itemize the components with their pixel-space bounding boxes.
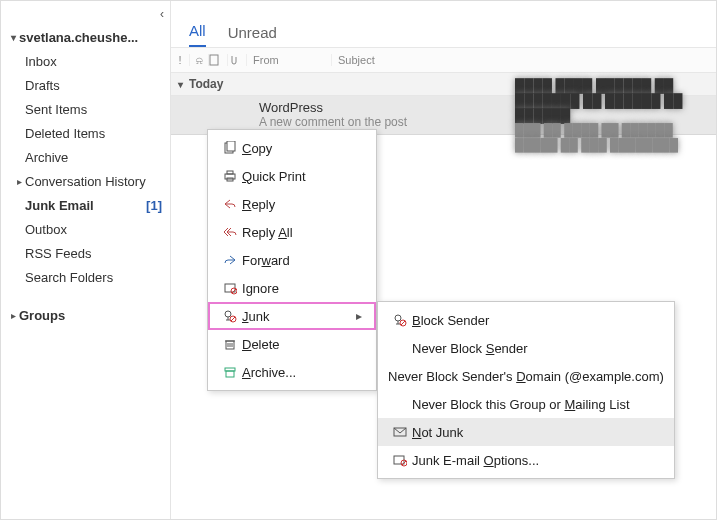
folder-junk-email[interactable]: Junk Email [1]	[1, 193, 170, 217]
junk-submenu: Block Sender Never Block Sender Never Bl…	[377, 301, 675, 479]
reply-icon	[218, 197, 242, 211]
chevron-down-icon: ▾	[171, 79, 189, 90]
tab-all[interactable]: All	[189, 22, 206, 47]
reply-all-icon	[218, 225, 242, 239]
svg-line-21	[401, 321, 405, 325]
menu-forward[interactable]: Forward	[208, 246, 376, 274]
menu-copy[interactable]: Copy	[208, 134, 376, 162]
groups-node[interactable]: ▸ Groups	[1, 303, 170, 327]
junk-options-icon	[388, 453, 412, 467]
forward-icon	[218, 253, 242, 267]
folder-tree: ▾ svetlana.cheushe... Inbox Drafts Sent …	[1, 7, 170, 327]
menu-reply[interactable]: Reply	[208, 190, 376, 218]
folder-archive[interactable]: Archive	[1, 145, 170, 169]
print-icon	[218, 169, 242, 183]
folder-sent-items[interactable]: Sent Items	[1, 97, 170, 121]
svg-point-9	[225, 311, 231, 317]
chevron-right-icon: ▸	[7, 310, 19, 321]
unread-count: [1]	[146, 198, 162, 213]
submenu-never-block-domain[interactable]: Never Block Sender's Domain (@example.co…	[378, 362, 674, 390]
reminder-column-icon[interactable]: ⍾	[190, 54, 209, 66]
folder-deleted-items[interactable]: Deleted Items	[1, 121, 170, 145]
from-column[interactable]: From	[247, 54, 332, 66]
chevron-right-icon: ▸	[13, 176, 25, 187]
sidebar-collapse-button[interactable]: ‹	[160, 7, 164, 21]
svg-rect-18	[226, 371, 234, 377]
app-window: ‹ ▾ svetlana.cheushe... Inbox Drafts Sen…	[0, 0, 717, 520]
submenu-never-block-sender[interactable]: Never Block Sender	[378, 334, 674, 362]
message-preview: A new comment on the post	[259, 115, 515, 130]
folder-drafts[interactable]: Drafts	[1, 73, 170, 97]
menu-reply-all[interactable]: Reply All	[208, 218, 376, 246]
submenu-junk-options[interactable]: Junk E-mail Options...	[378, 446, 674, 474]
svg-point-19	[395, 315, 401, 321]
svg-rect-0	[210, 55, 218, 65]
submenu-block-sender[interactable]: Block Sender	[378, 306, 674, 334]
folder-rss-feeds[interactable]: RSS Feeds	[1, 241, 170, 265]
account-node[interactable]: ▾ svetlana.cheushe...	[1, 25, 170, 49]
folder-conversation-history[interactable]: ▸ Conversation History	[1, 169, 170, 193]
chevron-down-icon: ▾	[7, 32, 19, 43]
icon-column[interactable]	[209, 54, 228, 66]
account-label: svetlana.cheushe...	[19, 30, 162, 45]
folder-inbox[interactable]: Inbox	[1, 49, 170, 73]
message-subject-blurred: ████ ████ ██████ ██ ███████ ██ ██████ ██…	[515, 78, 706, 123]
archive-icon	[218, 365, 242, 379]
menu-ignore[interactable]: Ignore	[208, 274, 376, 302]
delete-icon	[218, 337, 242, 351]
menu-quick-print[interactable]: Quick Print	[208, 162, 376, 190]
attachment-column-icon[interactable]	[228, 54, 247, 66]
message-snippet-blurred: ███ ██ ████ ██ ██████ █████ ██ ███ █████…	[515, 123, 706, 153]
menu-delete[interactable]: Delete	[208, 330, 376, 358]
junk-icon	[218, 309, 242, 323]
submenu-arrow-icon: ▸	[336, 309, 362, 323]
column-headers: ! ⍾ From Subject	[171, 47, 716, 73]
folder-search-folders[interactable]: Search Folders	[1, 265, 170, 289]
svg-rect-2	[227, 141, 235, 151]
message-from: WordPress	[259, 100, 515, 115]
ignore-icon	[218, 281, 242, 295]
folder-sidebar: ‹ ▾ svetlana.cheushe... Inbox Drafts Sen…	[1, 1, 171, 519]
copy-icon	[218, 141, 242, 155]
submenu-never-block-group[interactable]: Never Block this Group or Mailing List	[378, 390, 674, 418]
submenu-not-junk[interactable]: Not Junk	[378, 418, 674, 446]
importance-column-icon[interactable]: !	[171, 54, 190, 66]
menu-archive[interactable]: Archive...	[208, 358, 376, 386]
tab-unread[interactable]: Unread	[228, 24, 277, 47]
svg-rect-4	[227, 171, 233, 174]
folder-outbox[interactable]: Outbox	[1, 217, 170, 241]
svg-line-11	[231, 317, 235, 321]
block-sender-icon	[388, 313, 412, 327]
filter-tabs: All Unread	[171, 1, 716, 47]
menu-junk[interactable]: Junk ▸	[208, 302, 376, 330]
context-menu: Copy Quick Print Reply Reply All Forward…	[207, 129, 377, 391]
subject-column[interactable]: Subject	[332, 54, 716, 66]
envelope-icon	[388, 425, 412, 439]
